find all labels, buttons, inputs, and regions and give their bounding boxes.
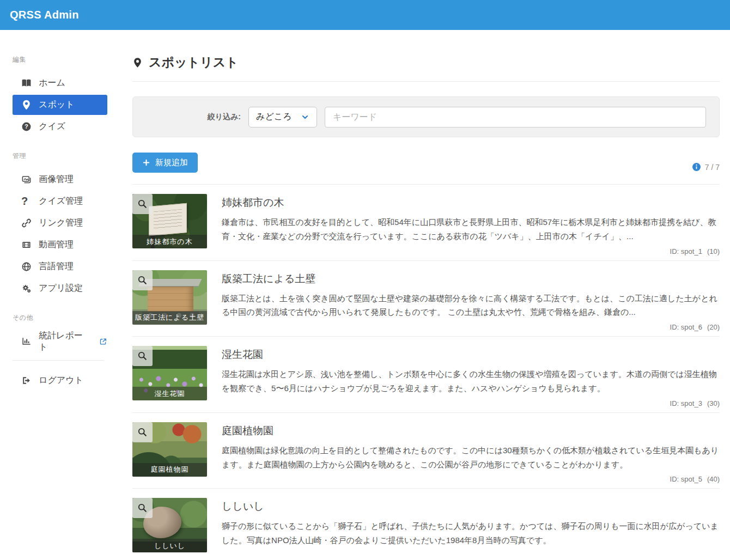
magnifier-icon[interactable]	[132, 270, 153, 290]
sidebar-item-quiz[interactable]: ? クイズ	[13, 117, 107, 137]
spot-list-item: 庭園植物園 庭園植物園 庭園植物園は緑化意識の向上を目的として整備されたものです…	[132, 412, 720, 489]
count-text: 7 / 7	[705, 163, 720, 172]
thumbnail-caption: 姉妹都市の木	[132, 235, 207, 248]
filter-category-value: みどころ	[256, 111, 292, 123]
filter-bar: 絞り込み: みどころ	[132, 96, 720, 137]
sidebar-item-app-settings[interactable]: アプリ設定	[13, 278, 107, 299]
app-title: QRSS Admin	[10, 9, 79, 21]
sidebar-item-video-manage[interactable]: 動画管理	[13, 235, 107, 255]
question-circle-icon: ?	[21, 121, 32, 132]
spot-title: 湿生花園	[222, 348, 720, 362]
sidebar-section-edit-label: 編集	[13, 55, 121, 64]
add-new-label: 新規追加	[155, 157, 188, 168]
thumbnail-caption: ししいし	[132, 539, 207, 552]
sidebar-item-spot[interactable]: スポット	[13, 95, 107, 115]
filter-label: 絞り込み:	[208, 112, 241, 122]
spot-title: 庭園植物園	[222, 424, 720, 438]
sidebar-item-label: スポット	[39, 99, 75, 111]
spot-description: 版築工法とは、土を強く突き固めて堅固な土壁や建築の基礎部分を徐々に高く構築する工…	[222, 291, 720, 320]
spot-id: ID: spot_5(40)	[222, 475, 720, 483]
bar-chart-icon	[21, 336, 32, 346]
spot-id: ID: spot_3(30)	[222, 399, 720, 407]
map-marker-icon	[21, 100, 32, 110]
sidebar-item-label: リンク管理	[39, 217, 83, 229]
spot-thumbnail[interactable]: 庭園植物園	[132, 422, 207, 477]
cogs-icon	[21, 283, 32, 294]
app-header: QRSS Admin	[0, 0, 730, 30]
sidebar: 編集 ホーム スポット ? クイズ 管理 画像管理 ? クイズ管	[0, 30, 121, 560]
link-icon	[21, 218, 32, 228]
sidebar-item-label: アプリ設定	[39, 283, 83, 294]
page-header: スポットリスト	[132, 54, 720, 71]
sidebar-item-label: 画像管理	[39, 174, 74, 185]
plus-icon	[142, 159, 150, 167]
spot-thumbnail[interactable]: 湿生花園	[132, 346, 207, 400]
result-count: 7 / 7	[692, 162, 720, 173]
images-icon	[21, 174, 32, 185]
spot-description: 湿生花園は水田とアシ原、浅い池を整備し、トンボ類を中心に多くの水生生物の保護や増…	[222, 367, 720, 395]
spot-id: ID: spot_1(10)	[222, 247, 720, 255]
add-new-button[interactable]: 新規追加	[132, 153, 198, 173]
spot-list: 姉妹都市の木 姉妹都市の木 鎌倉市は、市民相互の友好を目的として、昭和54年に山…	[132, 184, 720, 557]
title-divider	[132, 81, 720, 82]
book-open-icon	[21, 78, 32, 88]
sign-board-graphic	[149, 203, 187, 236]
spot-thumbnail[interactable]: ししいし	[132, 498, 207, 552]
sidebar-section-other-label: その他	[13, 313, 121, 322]
keyword-input[interactable]	[325, 107, 706, 127]
spot-list-item: ししいし ししいし 獅子の形に似ていることから「獅子石」と呼ばれ、子供たちに人気…	[132, 488, 720, 557]
sidebar-item-label: 動画管理	[39, 239, 74, 251]
chevron-down-icon	[301, 113, 309, 121]
magnifier-icon[interactable]	[132, 194, 153, 214]
sidebar-item-quiz-manage[interactable]: ? クイズ管理	[13, 191, 107, 211]
spot-title: ししいし	[222, 500, 720, 514]
filter-category-select[interactable]: みどころ	[248, 107, 317, 127]
info-icon[interactable]	[692, 162, 701, 172]
globe-icon	[21, 261, 32, 272]
spot-title: 版築工法による土壁	[222, 272, 720, 286]
main-content: スポットリスト 絞り込み: みどころ 新規追加 7 / 7	[121, 30, 730, 560]
spot-description: 鎌倉市は、市民相互の友好を目的として、昭和54年に山口県萩市と長野県上田市、昭和…	[222, 215, 720, 244]
sidebar-item-language-manage[interactable]: 言語管理	[13, 257, 107, 277]
thumbnail-caption: 版築工法による土壁	[132, 311, 207, 325]
spot-thumbnail[interactable]: 版築工法による土壁	[132, 270, 207, 325]
sidebar-item-label: クイズ管理	[39, 196, 83, 207]
thumbnail-caption: 庭園植物園	[132, 463, 207, 477]
spot-list-item: 湿生花園 湿生花園 湿生花園は水田とアシ原、浅い池を整備し、トンボ類を中心に多く…	[132, 336, 720, 412]
sidebar-item-label: ホーム	[39, 77, 65, 89]
sidebar-item-label: ログアウト	[39, 375, 83, 386]
sidebar-item-label: 統計レポート	[39, 330, 87, 353]
magnifier-icon[interactable]	[132, 346, 153, 366]
spot-list-item: 版築工法による土壁 版築工法による土壁 版築工法とは、土を強く突き固めて堅固な土…	[132, 260, 720, 337]
sidebar-item-home[interactable]: ホーム	[13, 73, 107, 93]
spot-title: 姉妹都市の木	[222, 196, 720, 210]
page-title: スポットリスト	[149, 54, 239, 71]
sidebar-item-label: クイズ	[39, 121, 65, 132]
spot-description: 庭園植物園は緑化意識の向上を目的として整備されたものです。この中には30種類ちか…	[222, 443, 720, 472]
thumbnail-caption: 湿生花園	[132, 387, 207, 400]
film-icon	[21, 240, 32, 250]
magnifier-icon[interactable]	[132, 498, 153, 518]
spot-list-item: 姉妹都市の木 姉妹都市の木 鎌倉市は、市民相互の友好を目的として、昭和54年に山…	[132, 184, 720, 260]
sidebar-item-logout[interactable]: ログアウト	[13, 370, 107, 391]
sidebar-item-link-manage[interactable]: リンク管理	[13, 213, 107, 233]
magnifier-icon[interactable]	[132, 422, 153, 442]
sidebar-item-image-manage[interactable]: 画像管理	[13, 169, 107, 190]
sign-out-icon	[21, 375, 32, 386]
spot-description: 獅子の形に似ていることから「獅子石」と呼ばれ、子供たちに人気があります。かつては…	[222, 519, 720, 547]
toolbar-row: 新規追加 7 / 7	[132, 153, 720, 173]
question-mark-icon: ?	[21, 196, 32, 206]
svg-text:?: ?	[25, 123, 28, 130]
spot-id: ID: spot_6(20)	[222, 323, 720, 331]
spot-thumbnail[interactable]: 姉妹都市の木	[132, 194, 207, 248]
sidebar-item-stats-report[interactable]: 統計レポート	[13, 331, 107, 351]
map-marker-icon	[132, 57, 143, 69]
sidebar-divider	[13, 360, 104, 361]
sidebar-item-label: 言語管理	[39, 261, 74, 272]
external-link-icon	[99, 337, 107, 346]
sidebar-section-manage-label: 管理	[13, 151, 121, 161]
wall-graphic	[148, 287, 193, 313]
